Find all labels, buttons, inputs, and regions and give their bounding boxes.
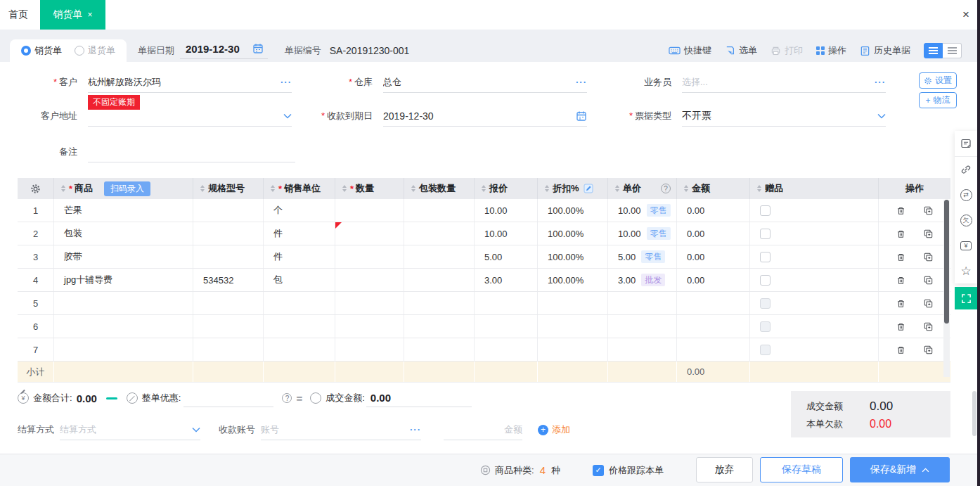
cell-pkg[interactable] xyxy=(404,292,475,314)
radio-sales-order[interactable]: 销货单 xyxy=(21,44,62,57)
warehouse-input[interactable] xyxy=(383,77,576,87)
favorite-star-icon[interactable]: ☆ xyxy=(955,258,977,283)
sort-icon[interactable] xyxy=(757,185,761,192)
question-icon[interactable]: ? xyxy=(282,393,292,403)
window-close-icon[interactable]: × xyxy=(958,7,974,23)
gift-checkbox[interactable] xyxy=(760,205,771,216)
cell-quote[interactable] xyxy=(475,292,538,314)
cell-product[interactable] xyxy=(54,338,193,361)
cell-qty[interactable] xyxy=(335,315,404,338)
note-icon[interactable] xyxy=(955,131,977,157)
table-scrollbar[interactable] xyxy=(943,200,950,377)
attachment-link-icon[interactable] xyxy=(955,157,977,182)
cell-amount[interactable]: 0.00 xyxy=(677,222,750,245)
cell-product[interactable]: 包装 xyxy=(54,222,193,245)
account-input[interactable] xyxy=(261,424,410,435)
transfer-icon[interactable]: ⇄ xyxy=(955,182,977,207)
header-gift[interactable]: 赠品 xyxy=(750,178,879,199)
cell-unit[interactable]: 包 xyxy=(264,269,335,291)
cell-price[interactable] xyxy=(608,292,677,314)
payment-amount-input[interactable] xyxy=(444,424,522,435)
sort-icon[interactable] xyxy=(411,185,415,192)
due-date-value[interactable]: 2019-12-30 xyxy=(383,110,576,122)
table-scrollbar-thumb[interactable] xyxy=(944,200,949,324)
header-spec[interactable]: 规格型号 xyxy=(193,178,264,199)
header-product[interactable]: *商品 扫码录入 xyxy=(54,178,193,199)
copy-row-icon[interactable] xyxy=(924,206,933,215)
copy-row-icon[interactable] xyxy=(924,229,933,238)
address-input[interactable] xyxy=(88,110,283,121)
cell-discount[interactable] xyxy=(538,338,608,361)
cell-product[interactable]: 芒果 xyxy=(54,199,193,222)
radio-return-order[interactable]: 退货单 xyxy=(75,44,115,57)
delete-row-icon[interactable] xyxy=(896,206,905,215)
logistics-button[interactable]: + 物流 xyxy=(919,92,957,108)
fullscreen-expand-button[interactable] xyxy=(955,287,977,309)
cell-spec[interactable]: 534532 xyxy=(193,269,264,291)
gift-checkbox[interactable] xyxy=(760,345,771,355)
cell-amount[interactable]: 0.00 xyxy=(677,199,750,222)
cell-quote[interactable]: 5.00 xyxy=(475,245,538,268)
cell-pkg[interactable] xyxy=(404,315,475,338)
shortcut-keys-button[interactable]: 快捷键 xyxy=(669,44,711,57)
cell-unit[interactable]: 件 xyxy=(264,245,335,268)
sort-icon[interactable] xyxy=(342,185,347,192)
header-qty[interactable]: *数量 xyxy=(335,178,404,199)
debt-icon[interactable]: 欠 xyxy=(955,207,977,233)
voucher-icon[interactable]: ¥ xyxy=(955,233,977,258)
cell-spec[interactable] xyxy=(193,245,264,268)
cell-discount[interactable]: 100.00% xyxy=(538,199,608,222)
question-icon[interactable]: ? xyxy=(661,184,671,193)
cell-qty[interactable] xyxy=(335,292,404,314)
add-payment-button[interactable]: + 添加 xyxy=(538,423,570,436)
calendar-icon[interactable] xyxy=(252,43,264,54)
cell-unit[interactable]: 个 xyxy=(264,199,335,222)
cell-price[interactable]: 10.00零售 xyxy=(608,199,677,222)
list-view-toggle[interactable] xyxy=(924,43,943,58)
cell-product[interactable] xyxy=(54,292,193,314)
cell-product[interactable]: 胶带 xyxy=(54,245,193,268)
sort-icon[interactable] xyxy=(61,185,65,192)
salesman-input[interactable] xyxy=(682,77,875,87)
cell-amount[interactable] xyxy=(677,315,750,338)
header-unit[interactable]: *销售单位 xyxy=(264,178,335,199)
cell-qty[interactable] xyxy=(335,245,404,268)
print-button[interactable]: 打印 xyxy=(771,44,803,57)
cell-spec[interactable] xyxy=(193,222,264,245)
page-scrollbar-thumb[interactable] xyxy=(972,391,976,436)
cell-pkg[interactable] xyxy=(404,338,475,361)
payment-method-field[interactable] xyxy=(60,419,200,440)
cell-discount[interactable] xyxy=(538,292,608,314)
card-view-toggle[interactable] xyxy=(943,43,962,58)
gift-checkbox[interactable] xyxy=(760,229,771,239)
price-track-checkbox[interactable]: ✓ xyxy=(593,465,604,476)
save-draft-button[interactable]: 保存草稿 xyxy=(760,457,843,482)
cell-unit[interactable] xyxy=(264,315,335,338)
cell-unit[interactable]: 件 xyxy=(264,222,335,245)
delete-row-icon[interactable] xyxy=(896,299,905,308)
delete-row-icon[interactable] xyxy=(896,322,905,331)
price-track-option[interactable]: ✓ 价格跟踪本单 xyxy=(593,454,664,486)
salesman-more-icon[interactable]: ··· xyxy=(875,77,886,87)
cell-unit[interactable] xyxy=(264,338,335,361)
copy-row-icon[interactable] xyxy=(924,322,933,331)
cell-pkg[interactable] xyxy=(404,222,475,245)
sort-icon[interactable] xyxy=(545,185,549,192)
sort-icon[interactable] xyxy=(684,185,688,192)
cancel-button[interactable]: 放弃 xyxy=(696,457,753,482)
cell-pkg[interactable] xyxy=(404,245,475,268)
payment-method-input[interactable] xyxy=(60,424,192,435)
sort-icon[interactable] xyxy=(615,185,619,192)
account-more-icon[interactable]: ··· xyxy=(410,424,421,435)
gift-checkbox[interactable] xyxy=(760,321,771,332)
delete-row-icon[interactable] xyxy=(896,345,905,354)
cell-quote[interactable] xyxy=(475,338,538,361)
cell-quote[interactable]: 10.00 xyxy=(475,222,538,245)
cell-qty[interactable] xyxy=(335,222,404,245)
edit-icon[interactable] xyxy=(584,184,593,193)
cell-amount[interactable]: 0.00 xyxy=(677,245,750,268)
delete-row-icon[interactable] xyxy=(896,276,905,285)
column-settings-button[interactable] xyxy=(18,178,54,199)
cell-pkg[interactable] xyxy=(404,199,475,222)
header-price[interactable]: 单价 ? xyxy=(608,178,677,199)
